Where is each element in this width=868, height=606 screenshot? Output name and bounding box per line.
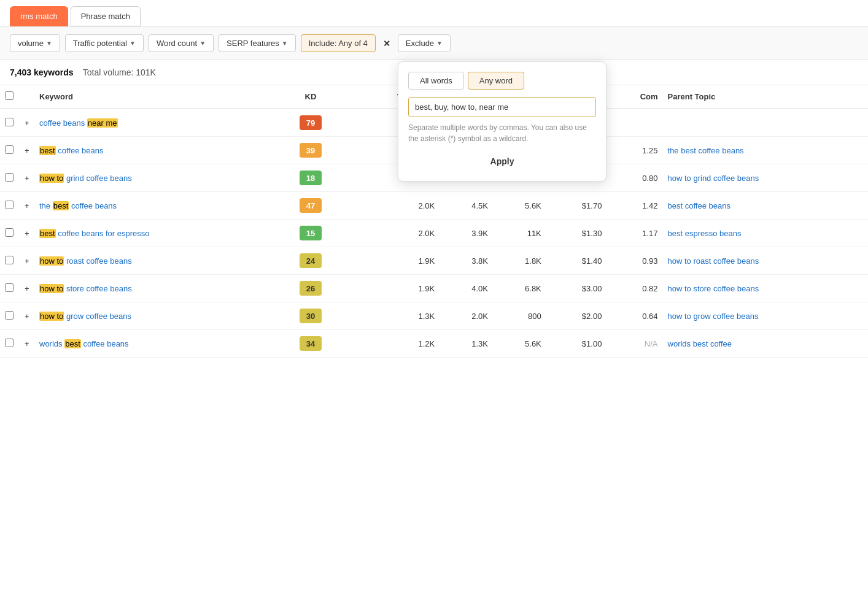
tab-phrase-match[interactable]: Phrase match <box>71 6 141 26</box>
tab-bar: rms match Phrase match <box>0 0 868 27</box>
keyword-cell: coffee beans near me <box>34 109 278 137</box>
parent-topic-cell: how to roast coffee beans <box>663 247 868 275</box>
keyword-cell: how to grind coffee beans <box>34 164 278 192</box>
parent-topic-link[interactable]: the best coffee beans <box>668 146 744 155</box>
include-filter-button[interactable]: Include: Any of 4 <box>301 34 376 52</box>
table-row: +how to grow coffee beans301.3K2.0K800$2… <box>0 302 868 330</box>
kd-cell: 15 <box>278 220 343 247</box>
exclude-chevron-icon: ▼ <box>436 40 443 47</box>
table-row: +how to roast coffee beans241.9K3.8K1.8K… <box>0 247 868 275</box>
kd-cell: 39 <box>278 137 343 164</box>
parent-topic-cell: best espresso beans <box>663 220 868 247</box>
add-keyword-button[interactable]: + <box>20 275 34 302</box>
kd-cell: 18 <box>278 164 343 192</box>
traffic-chevron-icon: ▼ <box>130 40 136 47</box>
parent-topic-cell: how to grind coffee beans <box>663 164 868 192</box>
kd-badge: 30 <box>300 309 322 323</box>
gv-cell: 2.0K <box>440 302 493 330</box>
include-filter-close-button[interactable]: ✕ <box>381 39 393 48</box>
word-count-filter-button[interactable]: Word count ▼ <box>149 34 214 52</box>
parent-topic-cell: best coffee beans <box>663 192 868 220</box>
serp-features-filter-button[interactable]: SERP features ▼ <box>219 34 296 52</box>
select-all-checkbox[interactable] <box>5 91 14 100</box>
keyword-link[interactable]: how to grow coffee beans <box>39 312 131 321</box>
tp-cell: 1.8K <box>493 247 546 275</box>
serp-chevron-icon: ▼ <box>282 40 288 47</box>
row-checkbox[interactable] <box>5 256 14 264</box>
add-keyword-button[interactable]: + <box>20 220 34 247</box>
row-checkbox[interactable] <box>5 118 14 126</box>
word-match-toggle-row: All words Any word <box>408 72 596 90</box>
add-keyword-button[interactable]: + <box>20 302 34 330</box>
add-keyword-button[interactable]: + <box>20 137 34 164</box>
keyword-link[interactable]: the best coffee beans <box>39 201 117 210</box>
apply-button[interactable]: Apply <box>408 152 596 171</box>
volume-filter-button[interactable]: volume ▼ <box>10 34 60 52</box>
row-checkbox[interactable] <box>5 173 14 182</box>
parent-topic-cell: how to grow coffee beans <box>663 302 868 330</box>
add-keyword-button[interactable]: + <box>20 247 34 275</box>
tab-terms-match[interactable]: rms match <box>10 6 68 26</box>
row-checkbox[interactable] <box>5 201 14 209</box>
cpc-cell: $1.30 <box>546 220 607 247</box>
com-cell: 0.64 <box>606 302 662 330</box>
row-checkbox[interactable] <box>5 339 14 347</box>
volume-cell: 2.0K <box>343 192 440 220</box>
exclude-filter-button[interactable]: Exclude ▼ <box>398 34 451 52</box>
row-checkbox[interactable] <box>5 145 14 154</box>
cpc-cell: $1.00 <box>546 330 607 358</box>
parent-topic-link[interactable]: how to grow coffee beans <box>668 312 759 321</box>
keyword-link[interactable]: coffee beans near me <box>39 118 118 128</box>
all-words-toggle[interactable]: All words <box>408 72 464 90</box>
kd-cell: 24 <box>278 247 343 275</box>
com-cell: 1.17 <box>606 220 662 247</box>
header-checkbox-col <box>0 85 20 109</box>
traffic-potential-filter-button[interactable]: Traffic potential ▼ <box>65 34 144 52</box>
table-row: +how to store coffee beans261.9K4.0K6.8K… <box>0 275 868 302</box>
gv-cell: 3.8K <box>440 247 493 275</box>
kd-badge: 24 <box>300 253 322 268</box>
row-checkbox[interactable] <box>5 311 14 320</box>
keyword-link[interactable]: how to store coffee beans <box>39 284 132 293</box>
parent-topic-link[interactable]: how to store coffee beans <box>668 284 759 293</box>
com-cell: N/A <box>606 330 662 358</box>
volume-cell: 1.2K <box>343 330 440 358</box>
any-word-toggle[interactable]: Any word <box>468 72 524 90</box>
parent-topic-cell: how to store coffee beans <box>663 275 868 302</box>
serp-features-label: SERP features <box>227 39 279 48</box>
kd-cell: 79 <box>278 109 343 137</box>
row-checkbox[interactable] <box>5 228 14 237</box>
volume-cell: 1.9K <box>343 275 440 302</box>
parent-topic-link[interactable]: how to grind coffee beans <box>668 174 759 183</box>
volume-cell: 1.3K <box>343 302 440 330</box>
keyword-link[interactable]: best coffee beans for espresso <box>39 229 150 238</box>
kd-badge: 34 <box>300 336 322 351</box>
cpc-cell: $2.00 <box>546 302 607 330</box>
keyword-cell: best coffee beans <box>34 137 278 164</box>
kd-badge: 39 <box>300 143 322 158</box>
parent-topic-link[interactable]: best espresso beans <box>668 229 742 238</box>
keyword-link[interactable]: best coffee beans <box>39 146 103 155</box>
parent-topic-cell: the best coffee beans <box>663 137 868 164</box>
kd-badge: 26 <box>300 281 322 296</box>
parent-topic-link[interactable]: how to roast coffee beans <box>668 256 759 266</box>
include-filter-popup: All words Any word Separate multiple wor… <box>398 61 606 182</box>
volume-filter-label: volume <box>18 39 44 48</box>
add-keyword-button[interactable]: + <box>20 330 34 358</box>
volume-cell: 1.9K <box>343 247 440 275</box>
parent-topic-link[interactable]: best coffee beans <box>668 201 730 210</box>
keyword-link[interactable]: worlds best coffee beans <box>39 339 129 348</box>
keyword-cell: best coffee beans for espresso <box>34 220 278 247</box>
row-checkbox[interactable] <box>5 283 14 292</box>
keyword-link[interactable]: how to roast coffee beans <box>39 256 132 266</box>
kd-cell: 30 <box>278 302 343 330</box>
include-keywords-input[interactable] <box>408 97 596 117</box>
table-row: +worlds best coffee beans341.2K1.3K5.6K$… <box>0 330 868 358</box>
keyword-link[interactable]: how to grind coffee beans <box>39 174 132 183</box>
kd-badge: 47 <box>300 198 322 213</box>
add-keyword-button[interactable]: + <box>20 109 34 137</box>
add-keyword-button[interactable]: + <box>20 192 34 220</box>
add-keyword-button[interactable]: + <box>20 164 34 192</box>
com-cell <box>606 109 662 137</box>
parent-topic-link[interactable]: worlds best coffee <box>668 339 732 348</box>
